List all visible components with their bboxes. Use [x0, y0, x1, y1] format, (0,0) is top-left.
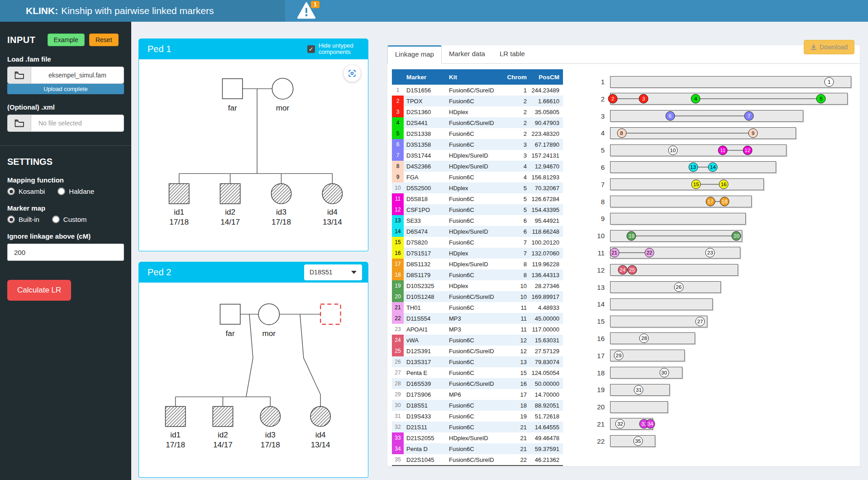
marker-index-badge: 27: [392, 367, 404, 378]
chromosome-label: 5: [580, 146, 605, 154]
reset-button[interactable]: Reset: [89, 34, 119, 46]
marker-index-badge: 9: [392, 172, 404, 182]
ped1-child2-shape: [220, 184, 240, 204]
ped2-father-label: far: [226, 329, 235, 338]
chromosome-row: 1326: [580, 281, 854, 293]
ped1-header: Ped 1 ✓ Hide untyped components: [138, 38, 368, 59]
table-row: 2TPOXFusion6C21.66610: [392, 96, 563, 106]
ignore-linkage-input[interactable]: [7, 244, 124, 261]
marker-table: MarkerKitChromPosCM1D1S1656Fusion6C/Sure…: [392, 69, 563, 466]
tab-lr-table[interactable]: LR table: [492, 45, 532, 63]
ped1-plot: far mor id117/18 id214/17 id317/18 id413…: [138, 59, 368, 251]
marker-index-badge: 24: [392, 335, 404, 346]
table-row: 31D19S433Fusion6C1951.72618: [392, 411, 563, 422]
radio-icon: [7, 187, 15, 195]
chromosome-row: 1628: [580, 332, 854, 345]
svg-text:id1: id1: [170, 430, 181, 439]
marker-index-badge: 1: [392, 85, 404, 96]
chromosome-label: 13: [580, 283, 605, 291]
table-row: 23APOAI1MP311117.00000: [392, 324, 563, 335]
checkbox-check-icon: ✓: [307, 45, 315, 53]
main-content: Ped 1 ✓ Hide untyped components: [131, 22, 868, 480]
chromosome-label: 19: [580, 386, 605, 394]
chromosome-plot: 1122345367489510111261314715168171891019…: [563, 69, 854, 466]
table-row: 32D21S11Fusion6C2114.64555: [392, 422, 563, 432]
chromosome-label: 16: [580, 335, 605, 342]
marker-circle: 13: [688, 163, 698, 172]
marker-index-badge: 13: [392, 215, 404, 226]
ped2-child4-shape: [310, 407, 330, 427]
chromosome-row: 61314: [580, 161, 854, 173]
chromosome-row: 1830: [580, 367, 854, 379]
table-row: 22D11S554MP31145.00000: [392, 313, 563, 324]
ped2-child1-shape: [165, 407, 185, 427]
radio-kosambi[interactable]: Kosambi: [7, 187, 45, 195]
marker-circle: 4: [691, 94, 701, 104]
marker-circle: 3: [639, 94, 649, 104]
chromosome-label: 9: [580, 215, 605, 222]
marker-circle: 35: [633, 437, 643, 446]
table-row: 1D1S1656Fusion6C/SureID1244.23489: [392, 85, 563, 96]
ped1-child4-shape: [322, 184, 342, 204]
radio-haldane[interactable]: Haldane: [57, 187, 94, 195]
chromosome-row: 2235: [580, 435, 854, 447]
linkage-line: [631, 235, 736, 236]
svg-text:id3: id3: [265, 430, 276, 439]
chromosome-label: 15: [580, 317, 605, 325]
marker-circle: 26: [674, 283, 683, 292]
chromosome-label: 7: [580, 181, 605, 188]
hide-untyped-checkbox[interactable]: ✓ Hide untyped components: [307, 43, 362, 55]
chromosome-label: 4: [580, 129, 605, 137]
marker-index-badge: 35: [392, 454, 404, 465]
download-button[interactable]: Download: [804, 40, 854, 54]
marker-select[interactable]: D18S51: [304, 264, 362, 280]
radio-label: Kosambi: [19, 187, 45, 195]
warning-menu[interactable]: 1: [297, 2, 318, 20]
marker-index-badge: 11: [392, 193, 404, 204]
ped2-card: Ped 2 D18S51: [138, 262, 368, 478]
chromosome-bar: 26: [610, 281, 721, 293]
app-logo: KLINK: Kinship with pairwise linked mark…: [0, 0, 285, 22]
marker-index-badge: 23: [392, 324, 404, 335]
svg-text:id2: id2: [225, 207, 235, 216]
svg-text:14/17: 14/17: [213, 440, 233, 449]
calculate-lr-button[interactable]: Calculate LR: [7, 280, 71, 301]
tab-linkage-map[interactable]: Linkage map: [387, 45, 442, 64]
chevron-down-icon: [351, 271, 357, 274]
example-button[interactable]: Example: [48, 34, 85, 46]
marker-index-badge: 29: [392, 389, 404, 400]
chromosome-label: 20: [580, 403, 605, 411]
chromosome-bar: 31: [610, 384, 670, 396]
fam-file-input[interactable]: eksempel_simul.fam: [7, 67, 124, 84]
ped1-card: Ped 1 ✓ Hide untyped components: [138, 38, 368, 251]
linkage-line: [615, 253, 649, 253]
tab-marker-data[interactable]: Marker data: [442, 45, 492, 63]
marker-index-badge: 10: [392, 182, 404, 193]
chromosome-bar: 2345: [610, 93, 848, 105]
marker-circle: 22: [644, 248, 654, 258]
marker-map-radios: Built-inCustom: [7, 216, 124, 223]
table-row: 21TH01Fusion6C114.48933: [392, 302, 563, 313]
radio-built-in[interactable]: Built-in: [7, 216, 39, 223]
folder-icon: [8, 115, 31, 131]
chromosome-label: 1: [580, 78, 605, 86]
chromosome-bar: 1314: [610, 161, 776, 173]
fit-view-button[interactable]: [343, 65, 361, 82]
chromosome-row: 5101112: [580, 144, 854, 156]
xml-file-input[interactable]: No file selected: [7, 115, 124, 132]
marker-circle: 20: [732, 231, 741, 240]
marker-circle: 30: [659, 368, 669, 378]
marker-index-badge: 17: [392, 259, 404, 269]
marker-circle: 19: [627, 231, 636, 240]
chromosome-label: 3: [580, 112, 605, 120]
notification-badge: 1: [311, 1, 320, 8]
marker-index-badge: 21: [392, 302, 404, 313]
download-icon: [811, 44, 817, 50]
table-row: 19D10S2325HDplex1028.27346: [392, 280, 563, 291]
hide-untyped-label: Hide untyped components: [319, 43, 362, 55]
ped2-mother-shape: [258, 304, 279, 325]
table-row: 7D3S1744HDplex/SureID3157.24131: [392, 150, 563, 161]
radio-icon: [52, 216, 60, 223]
radio-custom[interactable]: Custom: [52, 216, 87, 223]
radio-label: Custom: [63, 216, 87, 223]
